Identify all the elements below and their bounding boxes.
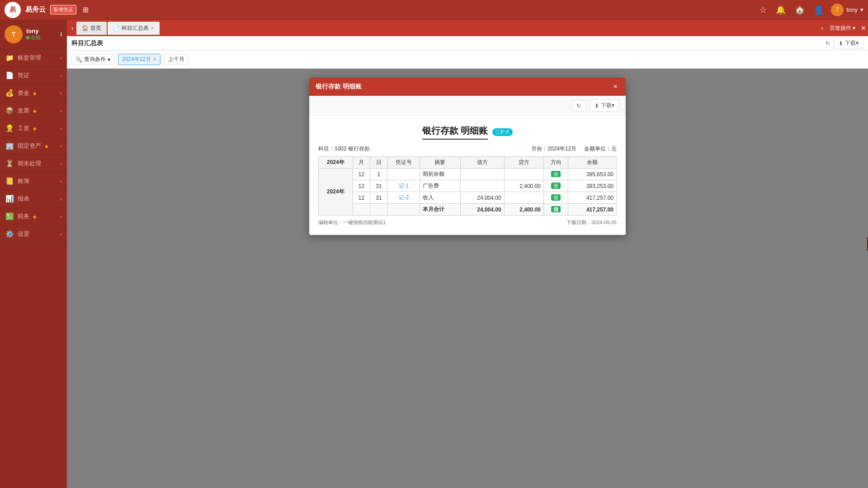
user-icon[interactable]: 👤 [812, 3, 826, 17]
home-icon[interactable]: 🏠 [793, 3, 807, 17]
sidebar-item-assets[interactable]: 🏢 固定资产 ◆ › [0, 137, 67, 155]
toolbar-refresh-icon[interactable]: ↻ [826, 40, 830, 47]
bell-icon[interactable]: 🔔 [774, 3, 788, 17]
sidebar-item-settings[interactable]: ⚙️ 设置 › [0, 225, 67, 243]
sidebar-item-account[interactable]: 📁 账套管理 › [0, 49, 67, 67]
search-label: 查询条件 [84, 56, 106, 63]
sidebar-item-label: 报表 [18, 195, 29, 203]
toolbar: 科目汇总表 ↻ ⬇ 下载▾ [67, 36, 868, 51]
chevron-right-icon: › [60, 56, 61, 61]
download-label: 下载▾ [845, 39, 859, 47]
modal-title: 银行存款 明细账 [316, 83, 362, 91]
modal-close-button[interactable]: × [612, 83, 619, 91]
credit-cell [504, 192, 543, 204]
total-row: 本月合计 24,004.00 2,400.00 借 417,257.00 [319, 204, 617, 216]
sidebar-item-voucher[interactable]: 📄 凭证 › [0, 67, 67, 84]
sidebar-avatar: T [5, 25, 23, 43]
modal-refresh-button[interactable]: ↻ [571, 100, 586, 111]
sidebar-item-tax[interactable]: 💹 税务 ◆ › [0, 208, 67, 225]
top-bar: 易 易舟云 新增凭证 ⊞ ☆ 🔔 🏠 👤 T tony ▾ [0, 0, 868, 20]
sidebar-item-report[interactable]: 📊 报表 › [0, 190, 67, 208]
date-label: 2024年12月 [122, 56, 151, 63]
chevron-right-icon: › [60, 179, 61, 184]
chevron-right-icon: › [60, 214, 61, 219]
new-voucher-button[interactable]: 新增凭证 [50, 5, 76, 14]
col-summary: 摘要 [420, 157, 460, 169]
sidebar-item-invoice[interactable]: 📦 发票 ◆ › [0, 102, 67, 120]
sidebar-item-period[interactable]: ⏳ 期末处理 › [0, 155, 67, 173]
prev-month-button[interactable]: 上个月 [164, 54, 189, 65]
grid-icon[interactable]: ⊞ [81, 4, 90, 16]
total-debit-cell: 24,004.00 [460, 204, 504, 216]
voucher-cell [387, 169, 420, 180]
sidebar-menu: 📁 账套管理 › 📄 凭证 › 💰 资金 ◆ › 📦 发票 ◆ › [0, 49, 67, 488]
tab-expand-button[interactable]: ✕ [861, 24, 866, 32]
footer-date: 下载日期：2024-09-25 [566, 219, 617, 226]
ledger-style-tag: 三栏式 [492, 128, 513, 136]
sidebar-item-label: 设置 [18, 230, 29, 238]
info-icon[interactable]: ℹ [60, 31, 62, 38]
day-cell: 31 [370, 192, 388, 204]
month-cell: 12 [353, 169, 370, 180]
sidebar-item-label: 固定资产 [18, 142, 41, 150]
day-cell: 31 [370, 180, 388, 192]
app-logo: 易 [5, 2, 21, 18]
new-voucher-label: 新增凭证 [53, 6, 73, 13]
chevron-down-icon: ▾ [860, 6, 863, 13]
voucher-link[interactable]: 记-2 [399, 194, 409, 201]
sidebar-item-label: 发票 [18, 107, 29, 115]
tab-home[interactable]: 🏠 首页 [76, 22, 107, 35]
ledger-icon: 📒 [5, 177, 14, 185]
fund-icon: 💰 [5, 89, 14, 97]
modal-download-button[interactable]: ⬇ 下载▾ [590, 99, 619, 112]
col-month: 月 [353, 157, 370, 169]
tab-operations-button[interactable]: 页签操作 ▾ [830, 24, 855, 32]
col-credit: 贷方 [504, 157, 543, 169]
sidebar-item-ledger[interactable]: 📒 账簿 › [0, 173, 67, 190]
ledger-table: 2024年 月 日 凭证号 摘要 借方 贷方 方向 余额 [318, 156, 617, 216]
sidebar-item-label: 资金 [18, 89, 29, 97]
direction-badge: 借 [551, 171, 561, 177]
chevron-right-icon: › [60, 197, 61, 202]
tab-prev-button[interactable]: ‹ [69, 24, 76, 32]
sidebar-item-label: 账簿 [18, 177, 29, 185]
sidebar-username: tony [26, 28, 57, 34]
tab-next-button[interactable]: › [818, 24, 826, 32]
download-button[interactable]: ⬇ 下载▾ [834, 37, 863, 49]
tab-bar-right: › 页签操作 ▾ ✕ [818, 24, 866, 32]
user-menu[interactable]: T tony ▾ [831, 4, 863, 16]
table-row: 2024年 12 1 期初余额 借 395,653.00 [319, 169, 617, 180]
chevron-right-icon: › [60, 73, 61, 78]
col-day: 日 [370, 157, 388, 169]
report-icon: 📊 [5, 195, 14, 203]
voucher-link[interactable]: 记-1 [399, 183, 409, 189]
month-cell: 12 [353, 192, 370, 204]
table-row: 12 31 记-1 广告费 2,400.00 借 393,253.00 [319, 180, 617, 192]
diamond-icon: ◆ [33, 108, 37, 113]
star-icon[interactable]: ☆ [758, 3, 769, 17]
sidebar-item-label: 凭证 [18, 71, 29, 80]
direction-cell: 借 [543, 169, 568, 180]
total-day-cell [370, 204, 388, 216]
date-filter-tag[interactable]: 2024年12月 ✕ [118, 54, 160, 65]
sidebar-item-salary[interactable]: 👷 工资 ◆ › [0, 120, 67, 137]
invoice-icon: 📦 [5, 107, 14, 115]
date-close-icon[interactable]: ✕ [153, 57, 156, 62]
chevron-right-icon: › [60, 144, 61, 149]
search-conditions-button[interactable]: 🔍 查询条件 ▾ [71, 54, 114, 65]
day-cell: 1 [370, 169, 388, 180]
modal-toolbar: ↻ ⬇ 下载▾ [309, 96, 626, 116]
tab-close-button[interactable]: ✕ [151, 26, 154, 31]
ledger-title-text: 银行存款 明细账 [422, 125, 488, 140]
chevron-right-icon: › [60, 126, 61, 131]
direction-cell: 借 [543, 180, 568, 192]
tab-subject-summary[interactable]: 📄 科目汇总表 ✕ [108, 22, 160, 35]
col-balance: 余额 [568, 157, 617, 169]
sidebar-item-label: 工资 [18, 124, 29, 132]
sidebar-item-fund[interactable]: 💰 资金 ◆ › [0, 84, 67, 102]
total-voucher-cell [387, 204, 420, 216]
month-cell: 12 [353, 180, 370, 192]
sidebar-user: T tony 在线 ℹ [0, 20, 67, 49]
total-credit-cell: 2,400.00 [504, 204, 543, 216]
credit-cell [504, 169, 543, 180]
